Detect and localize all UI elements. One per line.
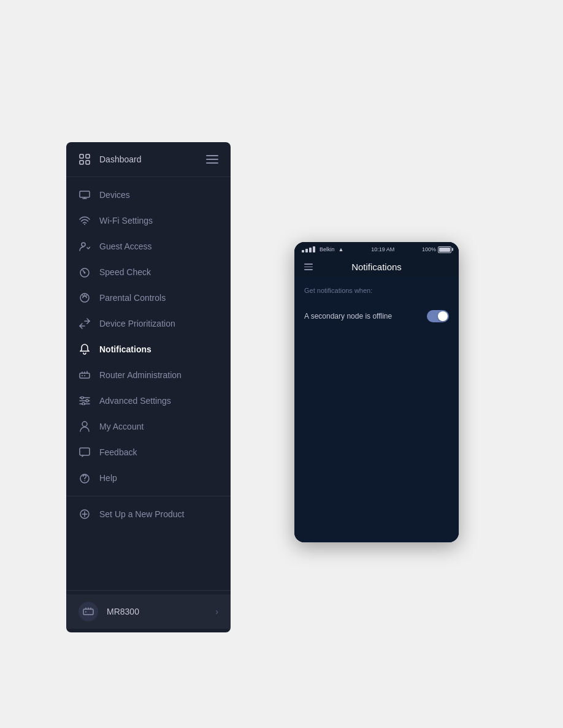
devices-icon (79, 189, 91, 201)
my-account-label: My Account (99, 422, 144, 431)
signal-icon (302, 246, 315, 252)
help-icon (79, 472, 91, 484)
svg-point-7 (84, 224, 85, 225)
phone-title: Notifications (320, 262, 433, 272)
svg-point-16 (84, 375, 85, 376)
svg-point-21 (86, 400, 88, 402)
sidebar-item-my-account[interactable]: My Account (66, 414, 231, 439)
sidebar-item-notifications[interactable]: Notifications (66, 336, 231, 362)
device-icon-wrap (79, 602, 98, 621)
guest-icon (79, 240, 91, 252)
wifi-icon (79, 214, 91, 227)
notifications-label: Notifications (99, 344, 151, 354)
notification-label-1: A secondary node is offline (304, 312, 427, 320)
prioritization-icon (79, 317, 91, 330)
nav-divider (66, 496, 231, 496)
sidebar-nav: Devices Wi-Fi Settings (66, 177, 231, 590)
phone-status-bar: Belkin ▲ 10:19 AM 100% (294, 242, 459, 257)
sidebar-item-advanced-settings[interactable]: Advanced Settings (66, 388, 231, 414)
toggle-knob-1 (438, 311, 448, 321)
status-left: Belkin ▲ (302, 246, 343, 252)
notification-row-1: A secondary node is offline (304, 304, 449, 328)
sidebar-footer: MR8300 › (66, 590, 231, 632)
account-icon (79, 420, 91, 433)
hamburger-menu[interactable] (206, 155, 218, 164)
sidebar-item-wifi-settings[interactable]: Wi-Fi Settings (66, 208, 231, 233)
sidebar-item-guest-access[interactable]: Guest Access (66, 233, 231, 259)
device-prioritization-label: Device Prioritization (99, 319, 175, 328)
svg-rect-30 (83, 609, 93, 615)
svg-rect-1 (86, 154, 90, 158)
notifications-subtitle: Get notifications when: (304, 287, 449, 294)
notification-toggle-1[interactable] (427, 310, 449, 322)
battery-icon (438, 246, 451, 253)
feedback-icon (79, 446, 91, 458)
carrier-label: Belkin (320, 246, 335, 252)
sidebar: Dashboard Devices (66, 142, 231, 632)
sidebar-item-device-prioritization[interactable]: Device Prioritization (66, 311, 231, 336)
svg-point-26 (84, 480, 85, 482)
svg-point-20 (81, 396, 83, 399)
svg-point-23 (82, 422, 87, 427)
svg-point-15 (82, 375, 83, 376)
svg-point-8 (82, 243, 85, 246)
device-name: MR8300 (107, 607, 207, 616)
wifi-status-icon: ▲ (339, 246, 344, 252)
svg-rect-4 (80, 191, 90, 197)
dashboard-label: Dashboard (99, 154, 142, 164)
device-chevron-icon: › (215, 607, 218, 616)
setup-new-product-label: Set Up a New Product (99, 509, 185, 519)
svg-point-31 (85, 612, 86, 613)
device-row[interactable]: MR8300 › (66, 594, 231, 629)
advanced-icon (79, 395, 91, 407)
sidebar-item-setup-new-product[interactable]: Set Up a New Product (66, 501, 231, 527)
svg-point-10 (84, 272, 86, 274)
battery-label: 100% (422, 246, 436, 252)
battery-fill (439, 248, 450, 252)
sidebar-item-help[interactable]: Help (66, 465, 231, 491)
sidebar-item-feedback[interactable]: Feedback (66, 439, 231, 465)
dashboard-icon (79, 153, 91, 165)
plus-icon (79, 508, 91, 520)
phone-hamburger-icon[interactable] (304, 264, 313, 270)
devices-label: Devices (99, 190, 130, 200)
speed-check-label: Speed Check (99, 267, 151, 277)
router-icon (79, 369, 91, 381)
parental-controls-label: Parental Controls (99, 293, 166, 303)
svg-point-22 (82, 403, 85, 405)
phone-mockup: Belkin ▲ 10:19 AM 100% Notifications Get… (294, 242, 459, 542)
svg-rect-3 (86, 161, 90, 164)
advanced-settings-label: Advanced Settings (99, 396, 171, 406)
parental-icon (79, 292, 91, 304)
svg-rect-0 (80, 154, 83, 158)
notifications-icon (79, 343, 91, 355)
router-administration-label: Router Administration (99, 370, 182, 380)
feedback-label: Feedback (99, 447, 137, 457)
wifi-settings-label: Wi-Fi Settings (99, 216, 153, 226)
sidebar-item-devices[interactable]: Devices (66, 182, 231, 208)
svg-rect-24 (80, 448, 90, 455)
sidebar-header: Dashboard (66, 142, 231, 177)
status-time: 10:19 AM (371, 246, 394, 252)
guest-access-label: Guest Access (99, 241, 152, 251)
svg-rect-2 (80, 161, 83, 164)
sidebar-item-speed-check[interactable]: Speed Check (66, 259, 231, 285)
sidebar-dashboard-item[interactable]: Dashboard (79, 153, 142, 165)
speed-icon (79, 266, 91, 278)
sidebar-item-parental-controls[interactable]: Parental Controls (66, 285, 231, 311)
phone-header: Notifications (294, 257, 459, 277)
help-label: Help (99, 473, 117, 483)
status-right: 100% (422, 246, 451, 253)
phone-body: Get notifications when: A secondary node… (294, 277, 459, 542)
sidebar-item-router-administration[interactable]: Router Administration (66, 362, 231, 388)
